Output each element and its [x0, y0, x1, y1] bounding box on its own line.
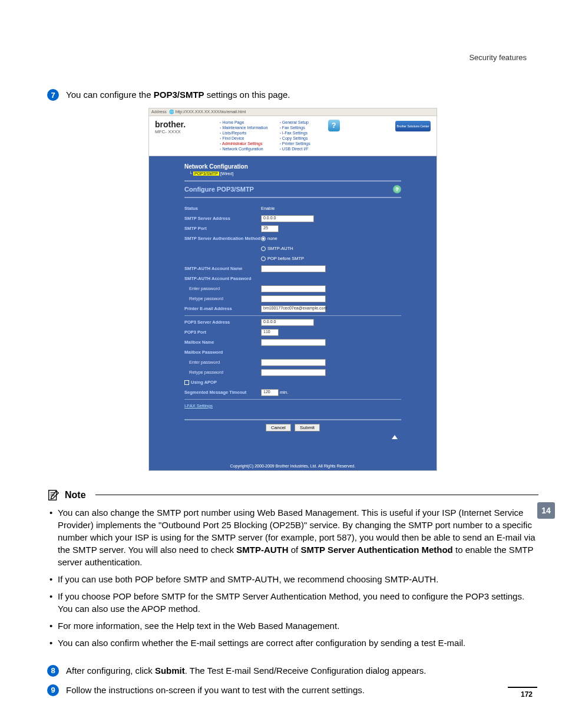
brand-block: brother. MFC- XXXX [155, 120, 220, 152]
ifax-settings-link[interactable]: I-FAX Settings [184, 403, 401, 409]
smtp-pw-input[interactable] [261, 285, 326, 292]
form-area: StatusEnable SMTP Server Address0.0.0.0 … [184, 198, 401, 419]
apop-label: Using APOP [191, 380, 217, 385]
mailbox-input[interactable] [261, 339, 326, 346]
crumb-pop3smtp[interactable]: POP3/SMTP [193, 172, 219, 176]
checkbox-icon [184, 380, 189, 385]
screenshot-pop3-smtp: Address 🌐 http://XXX.XXX.XX.XXX/bio/emai… [148, 108, 437, 471]
nav-fax-settings[interactable]: Fax Settings [279, 125, 310, 130]
note-item-4: For more information, see the Help text … [49, 620, 538, 632]
note1-mid: of [289, 545, 301, 555]
smtp-addr-input[interactable]: 0.0.0.0 [261, 215, 314, 222]
note-rule [95, 495, 538, 495]
step-8-bold: Submit [155, 666, 185, 676]
auth-pop-label: POP before SMTP [267, 256, 304, 261]
config-panel: Network Configuration └ POP3/SMTP [Wired… [149, 156, 437, 462]
step-8-pre: After configuring, click [66, 666, 155, 676]
solutions-center-badge[interactable]: Brother Solutions Center [395, 121, 431, 131]
copyright-footer: Copyright(C) 2000-2009 Brother Industrie… [149, 462, 437, 470]
crumb-tail: [Wired] [219, 172, 233, 176]
auth-none-option[interactable]: none [261, 236, 277, 241]
step-number-8: 8 [47, 665, 59, 677]
triangle-up-icon [392, 435, 398, 439]
nav-network-config[interactable]: Network Configuration [220, 146, 267, 151]
nav-usb-direct[interactable]: USB Direct I/F [279, 146, 310, 151]
step-7-bold: POP3/SMTP [154, 90, 204, 100]
note-item-3: If you choose POP before SMTP for the SM… [49, 590, 538, 615]
step-number-9: 9 [47, 684, 59, 696]
button-row: Cancel Submit [184, 419, 401, 434]
nav-columns: Home Page Maintenance Information Lists/… [220, 120, 340, 152]
smtp-port-label: SMTP Port [184, 226, 261, 231]
nav-printer-settings[interactable]: Printer Settings [279, 141, 310, 146]
note-list: You can also change the SMTP port number… [49, 506, 538, 649]
panel-help-icon[interactable]: ? [393, 185, 401, 193]
help-icon[interactable]: ? [328, 120, 340, 131]
seg-unit: min. [280, 390, 288, 395]
printer-email-label: Printer E-mail Address [184, 306, 261, 311]
step-9: 9 Follow the instructions on-screen if y… [47, 684, 538, 696]
note-item-1: You can also change the SMTP port number… [49, 506, 538, 568]
auth-smtp-option[interactable]: SMTP-AUTH [261, 246, 293, 251]
step-9-text: Follow the instructions on-screen if you… [66, 684, 365, 696]
mailbox-pw-retype-input[interactable] [261, 369, 326, 376]
radio-icon [261, 256, 266, 261]
apop-option[interactable]: Using APOP [184, 380, 217, 385]
nav-col-right: General Setup Fax Settings I-Fax Setting… [279, 120, 310, 152]
nav-lists-reports[interactable]: Lists/Reports [220, 130, 267, 136]
smtp-addr-label: SMTP Server Address [184, 216, 261, 221]
cancel-button[interactable]: Cancel [266, 424, 291, 431]
note-title: Note [65, 490, 86, 500]
nav-col-left: Home Page Maintenance Information Lists/… [220, 120, 267, 152]
pop3-port-input[interactable]: 110 [261, 329, 279, 336]
nav-ifax-settings[interactable]: I-Fax Settings [279, 130, 310, 136]
radio-icon [261, 236, 266, 241]
step-7-text: You can configure the POP3/SMTP settings… [66, 88, 290, 101]
note-heading-row: Note [47, 489, 538, 502]
scroll-top[interactable] [184, 434, 401, 444]
pop3-port-label: POP3 Port [184, 330, 261, 335]
enter-pw-label: Enter password [184, 286, 261, 291]
smtp-port-input[interactable]: 25 [261, 225, 279, 232]
printer-email-input[interactable]: bm100177cec07ea@example.com [261, 305, 326, 312]
nav-find-device[interactable]: Find Device [220, 136, 267, 141]
step-7-pre: You can configure the [66, 90, 154, 100]
note1-b2: SMTP Server Authentication Method [300, 545, 452, 555]
note-icon [47, 489, 60, 502]
nav-general-setup[interactable]: General Setup [279, 120, 310, 125]
mailbox-pw-head: Mailbox Password [184, 350, 261, 355]
submit-button[interactable]: Submit [295, 424, 320, 431]
nav-home-page[interactable]: Home Page [220, 120, 267, 125]
nav-copy-settings[interactable]: Copy Settings [279, 136, 310, 141]
enter-pw-label-2: Enter password [184, 360, 261, 365]
brand-logo: brother. [155, 120, 220, 129]
page-number: 172 [521, 690, 533, 699]
panel-title-row: Configure POP3/SMTP ? [184, 180, 401, 198]
note-item-2: If you can use both POP before SMTP and … [49, 573, 538, 585]
seg-timeout-input[interactable]: 120 [261, 389, 279, 396]
brand-model: MFC- XXXX [155, 129, 220, 134]
note-item-5: You can also confirm whether the E-mail … [49, 637, 538, 649]
page-num-bar [508, 687, 537, 688]
mailbox-pw-input[interactable] [261, 359, 326, 366]
smtp-acct-input[interactable] [261, 265, 326, 272]
nav-maintenance[interactable]: Maintenance Information [220, 125, 267, 130]
auth-pop-option[interactable]: POP before SMTP [261, 256, 304, 261]
step-8-text: After configuring, click Submit. The Tes… [66, 664, 426, 677]
smtp-acct-label: SMTP-AUTH Account Name [184, 266, 261, 271]
step-number-7: 7 [47, 89, 59, 101]
step-8-post: . The Test E-mail Send/Receive Configura… [185, 666, 427, 676]
nav-admin-settings[interactable]: Administrator Settings [220, 141, 267, 146]
chapter-tab: 14 [537, 502, 555, 519]
address-bar[interactable]: Address 🌐 http://XXX.XXX.XX.XXX/bio/emai… [149, 108, 437, 116]
smtp-pw-retype-input[interactable] [261, 295, 326, 302]
pop3-addr-input[interactable]: 0.0.0.0 [261, 319, 314, 326]
status-value: Enable [261, 206, 275, 211]
panel-title: Configure POP3/SMTP [184, 186, 254, 193]
note1-b1: SMTP-AUTH [236, 545, 288, 555]
status-label: Status [184, 206, 261, 211]
top-nav-strip: brother. MFC- XXXX Home Page Maintenance… [149, 116, 437, 156]
retype-pw-label-2: Retype password [184, 370, 261, 375]
breadcrumb: └ POP3/SMTP [Wired] [184, 172, 401, 176]
auth-none-label: none [267, 236, 277, 241]
